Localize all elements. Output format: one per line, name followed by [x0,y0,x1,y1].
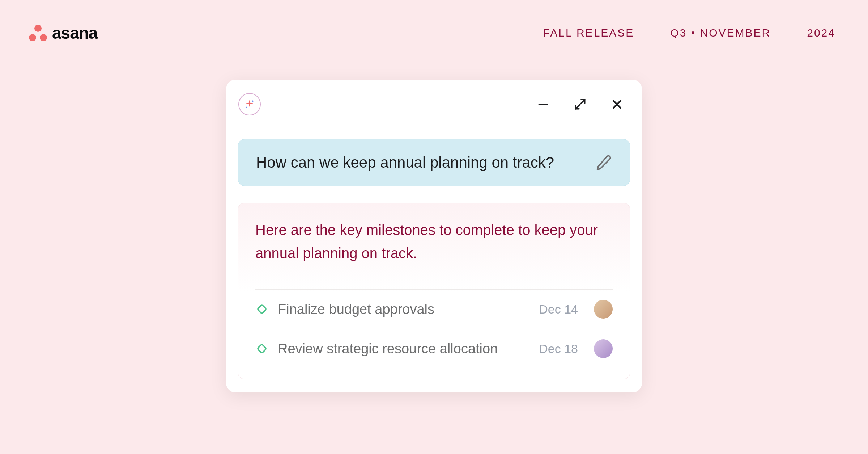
close-button[interactable] [609,97,625,112]
user-prompt: How can we keep annual planning on track… [238,139,630,186]
edit-prompt-button[interactable] [595,154,612,171]
milestone-list: Finalize budget approvals Dec 14 Review … [255,289,613,368]
header-meta: FALL RELEASE Q3 • NOVEMBER 2024 [543,27,835,39]
ai-sparkle-icon [238,93,261,115]
year-label: 2024 [807,27,835,39]
assignee-avatar[interactable] [594,339,613,358]
asana-logo-icon [29,25,47,41]
milestone-date: Dec 14 [539,302,578,316]
modal-header [226,80,642,129]
milestone-title: Review strategic resource allocation [278,341,529,357]
asana-wordmark: asana [52,23,97,43]
window-controls [536,97,625,112]
milestone-date: Dec 18 [539,342,578,356]
minimize-button[interactable] [536,97,551,112]
expand-button[interactable] [573,97,588,112]
assignee-avatar[interactable] [594,300,613,319]
milestone-item[interactable]: Review strategic resource allocation Dec… [255,329,613,368]
milestone-item[interactable]: Finalize budget approvals Dec 14 [255,289,613,329]
release-label: FALL RELEASE [543,27,634,39]
answer-text: Here are the key milestones to complete … [255,218,613,265]
milestone-title: Finalize budget approvals [278,302,529,317]
page-header: asana FALL RELEASE Q3 • NOVEMBER 2024 [29,23,835,43]
prompt-text: How can we keep annual planning on track… [256,154,554,171]
ai-answer: Here are the key milestones to complete … [238,203,630,379]
milestone-icon [255,342,268,355]
svg-rect-4 [257,344,266,353]
svg-rect-3 [257,304,266,314]
milestone-icon [255,303,268,316]
modal-body: How can we keep annual planning on track… [226,129,642,392]
quarter-label: Q3 • NOVEMBER [670,27,771,39]
asana-logo: asana [29,23,97,43]
ai-chat-modal: How can we keep annual planning on track… [226,80,642,392]
